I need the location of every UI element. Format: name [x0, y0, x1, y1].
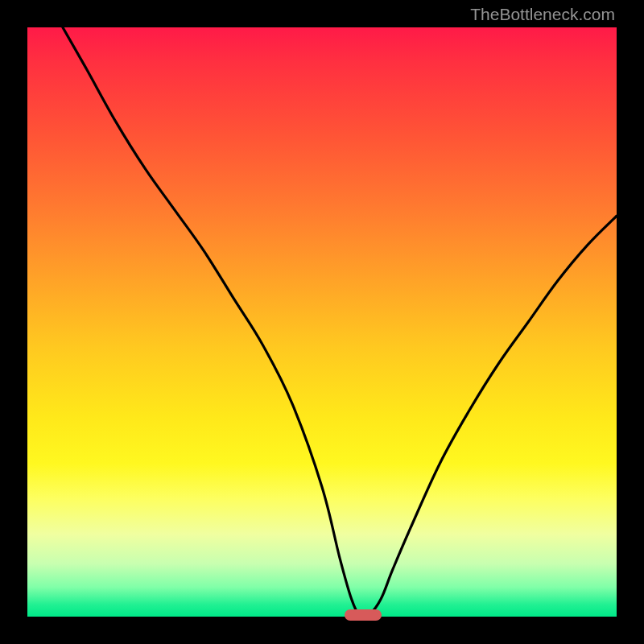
watermark-label: TheBottleneck.com	[470, 5, 615, 24]
chart-container: TheBottleneck.com	[0, 0, 644, 644]
optimum-marker	[345, 609, 382, 621]
bottleneck-curve-path	[63, 27, 617, 617]
curve-svg	[27, 27, 617, 617]
plot-area	[27, 27, 617, 617]
